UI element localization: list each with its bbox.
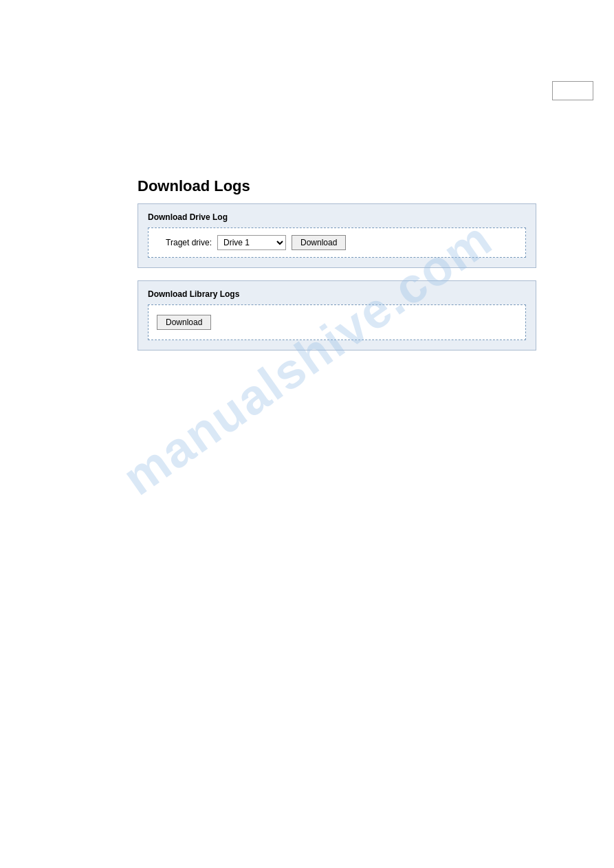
drive-select[interactable]: Drive 1 Drive 2 Drive 3 bbox=[217, 235, 286, 250]
drive-log-row: Traget drive: Drive 1 Drive 2 Drive 3 Do… bbox=[157, 235, 517, 250]
library-logs-row: Download bbox=[157, 312, 517, 333]
drive-log-download-button[interactable]: Download bbox=[292, 235, 346, 250]
drive-log-inner-box: Traget drive: Drive 1 Drive 2 Drive 3 Do… bbox=[148, 227, 526, 258]
top-right-box bbox=[552, 81, 593, 100]
library-logs-inner-box: Download bbox=[148, 304, 526, 340]
page-title: Download Logs bbox=[138, 177, 536, 195]
library-logs-section: Download Library Logs Download bbox=[138, 280, 536, 350]
library-logs-download-button[interactable]: Download bbox=[157, 315, 211, 330]
library-logs-section-title: Download Library Logs bbox=[148, 289, 526, 299]
drive-log-section-title: Download Drive Log bbox=[148, 212, 526, 222]
drive-log-section: Download Drive Log Traget drive: Drive 1… bbox=[138, 203, 536, 268]
target-drive-label: Traget drive: bbox=[157, 238, 212, 247]
main-content: Download Logs Download Drive Log Traget … bbox=[138, 177, 536, 363]
